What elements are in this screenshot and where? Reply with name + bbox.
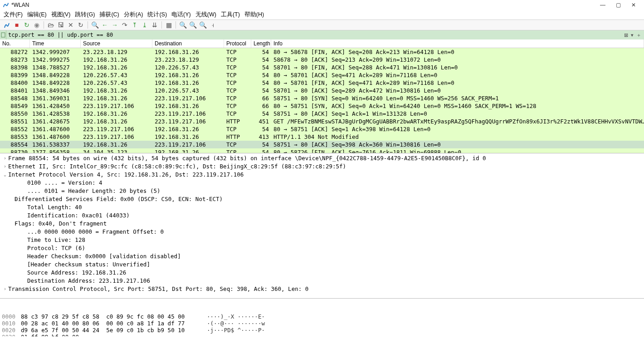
toolbar-separator — [44, 21, 44, 29]
detail-line[interactable]: Time to Live: 128 — [2, 236, 642, 244]
detail-line[interactable]: ›Differentiated Services Field: 0x00 (DS… — [2, 195, 642, 203]
go-first-icon[interactable]: ⤒ — [131, 21, 139, 29]
expand-arrow-icon[interactable]: › — [2, 154, 8, 162]
hex-line[interactable]: 001000 28 ac 01 40 00 80 06 00 00 c0 a8 … — [2, 320, 642, 327]
svg-rect-0 — [1, 33, 5, 37]
resize-columns-icon[interactable]: ⫞ — [209, 21, 217, 29]
packet-details-pane[interactable]: ›Frame 88554: 54 bytes on wire (432 bits… — [0, 153, 644, 298]
menu-file[interactable]: 文件(F) — [4, 11, 23, 19]
detail-line[interactable]: Total Length: 40 — [2, 203, 642, 211]
hex-line[interactable]: 003001 ff 98 bf 00 00······ — [2, 334, 642, 336]
zoom-out-icon[interactable]: 🔍 — [189, 21, 197, 29]
detail-line[interactable]: .... 0101 = Header Length: 20 bytes (5) — [2, 187, 642, 195]
maximize-button[interactable]: ▢ — [610, 0, 626, 10]
menu-capture[interactable]: 捕获(C) — [99, 11, 119, 19]
cell-info: 80 → 58678 [FIN, ACK] Seq=208 Ack=213 Wi… — [271, 48, 644, 56]
packet-row[interactable]: 885531361.487600223.119.217.106192.168.3… — [0, 133, 644, 141]
capture-options-icon[interactable]: ◉ — [33, 21, 41, 29]
zoom-in-icon[interactable]: 🔍 — [179, 21, 187, 29]
reload-icon[interactable]: ↻ — [77, 21, 85, 29]
menu-analyze[interactable]: 分析(A) — [124, 11, 143, 19]
detail-line[interactable]: ›Flags: 0x40, Don't fragment — [2, 220, 642, 228]
packet-row[interactable]: 883981348.788527192.168.31.26120.226.57.… — [0, 64, 644, 71]
close-file-icon[interactable]: ✕ — [67, 21, 75, 29]
detail-line[interactable]: 0100 .... = Version: 4 — [2, 179, 642, 187]
go-back-icon[interactable]: ← — [101, 21, 109, 29]
col-destination[interactable]: Destination — [152, 39, 224, 48]
detail-line[interactable]: [Header checksum status: Unverified] — [2, 260, 642, 269]
menu-telephony[interactable]: 电话(Y) — [171, 11, 191, 19]
menu-help[interactable]: 帮助(H) — [244, 11, 264, 19]
detail-line[interactable]: ›Frame 88554: 54 bytes on wire (432 bits… — [2, 154, 642, 162]
restart-capture-icon[interactable]: ↻ — [23, 21, 31, 29]
menu-view[interactable]: 视图(V) — [51, 11, 71, 19]
menu-tools[interactable]: 工具(T) — [221, 11, 240, 19]
go-forward-icon[interactable]: → — [111, 21, 119, 29]
colorize-icon[interactable]: ▦ — [165, 21, 173, 29]
filter-bookmark-icon[interactable] — [0, 30, 6, 39]
packet-row[interactable]: 882721342.99920723.223.18.129192.168.31.… — [0, 48, 644, 56]
packet-row[interactable]: 884001348.849228120.226.57.43192.168.31.… — [0, 79, 644, 87]
open-file-icon[interactable]: 🗁 — [47, 21, 55, 29]
expand-arrow-icon[interactable]: ⌄ — [2, 171, 8, 179]
close-button[interactable]: ✕ — [626, 0, 641, 10]
detail-line[interactable]: Source Address: 192.168.31.26 — [2, 269, 642, 277]
detail-line[interactable]: ⌄Internet Protocol Version 4, Src: 192.1… — [2, 171, 642, 179]
col-no[interactable]: No. — [0, 39, 30, 48]
zoom-reset-icon[interactable]: 🔍 — [199, 21, 207, 29]
start-capture-icon[interactable] — [3, 21, 11, 29]
packet-row[interactable]: 885511361.428675192.168.31.26223.119.217… — [0, 118, 644, 125]
packet-row[interactable]: 883991348.849228120.226.57.43192.168.31.… — [0, 71, 644, 79]
expand-arrow-icon[interactable]: › — [2, 285, 8, 293]
packet-row[interactable]: 884011348.849346192.168.31.26120.226.57.… — [0, 87, 644, 94]
detail-line[interactable]: ›Ethernet II, Src: IntelCor_89:9c:fc (c8… — [2, 162, 642, 171]
expand-arrow-icon[interactable]: › — [2, 162, 8, 171]
detail-line[interactable]: Identification: 0xac01 (44033) — [2, 211, 642, 220]
find-packet-icon[interactable]: 🔍 — [91, 21, 99, 29]
cell-source: 192.168.31.26 — [81, 64, 152, 71]
packet-row[interactable]: 885481361.369031192.168.31.26223.119.217… — [0, 94, 644, 102]
packet-bytes-pane[interactable]: 000088 c3 97 c8 29 5f c8 58 c0 89 9c fc … — [0, 298, 644, 336]
cell-source: 192.168.31.26 — [81, 118, 152, 125]
packet-list-header: No. Time Source Destination Protocol Len… — [0, 39, 644, 48]
detail-line[interactable]: ›Transmission Control Protocol, Src Port… — [2, 285, 642, 293]
detail-text: Transmission Control Protocol, Src Port:… — [8, 285, 642, 293]
col-info[interactable]: Info — [271, 39, 644, 48]
col-protocol[interactable]: Protocol — [224, 39, 251, 48]
menu-edit[interactable]: 编辑(E) — [27, 11, 47, 19]
go-last-icon[interactable]: ⤓ — [141, 21, 149, 29]
expand-arrow-icon[interactable]: › — [8, 220, 15, 228]
menu-go[interactable]: 跳转(G) — [75, 11, 95, 19]
auto-scroll-icon[interactable]: ⇊ — [151, 21, 159, 29]
cell-source: 192.168.31.26 — [81, 110, 152, 118]
minimize-button[interactable]: — — [595, 0, 610, 10]
detail-line[interactable]: Protocol: TCP (6) — [2, 244, 642, 252]
menu-statistics[interactable]: 统计(S) — [147, 11, 167, 19]
hex-line[interactable]: 000088 c3 97 c8 29 5f c8 58 c0 89 9c fc … — [2, 313, 642, 320]
packet-row[interactable]: 885541361.538337192.168.31.26223.119.217… — [0, 141, 644, 148]
filter-dropdown-icon[interactable]: ▾ — [630, 32, 634, 38]
packet-row[interactable]: 885491361.428450223.119.217.106192.168.3… — [0, 102, 644, 110]
detail-line[interactable]: Header Checksum: 0x0000 [validation disa… — [2, 252, 642, 260]
col-source[interactable]: Source — [81, 39, 152, 48]
menu-wireless[interactable]: 无线(W) — [195, 11, 216, 19]
col-length[interactable]: Length — [251, 39, 271, 48]
expand-arrow-icon[interactable]: › — [8, 195, 15, 203]
stop-capture-icon[interactable]: ■ — [13, 21, 21, 29]
packet-list-pane[interactable]: No. Time Source Destination Protocol Len… — [0, 39, 644, 153]
packet-row[interactable]: 887301377.85635834.104.35.123192.168.31.… — [0, 148, 644, 153]
cell-no: 88272 — [0, 48, 30, 56]
detail-line[interactable]: ...0 0000 0000 0000 = Fragment Offset: 0 — [2, 228, 642, 236]
hex-line[interactable]: 0020d9 6a e5 7f 00 50 44 24 5e 09 c0 1b … — [2, 327, 642, 334]
save-file-icon[interactable]: 🖫 — [57, 21, 65, 29]
go-to-packet-icon[interactable]: ↷ — [121, 21, 129, 29]
col-time[interactable]: Time — [30, 39, 81, 48]
detail-line[interactable]: Destination Address: 223.119.217.106 — [2, 277, 642, 285]
packet-row[interactable]: 885521361.487600223.119.217.106192.168.3… — [0, 125, 644, 133]
filter-apply-icon[interactable]: ＋ — [635, 32, 642, 39]
cell-no: 88554 — [0, 141, 30, 148]
display-filter-input[interactable] — [6, 30, 623, 39]
filter-clear-icon[interactable]: ⊠ — [623, 32, 629, 38]
packet-row[interactable]: 885501361.428538192.168.31.26223.119.217… — [0, 110, 644, 118]
packet-row[interactable]: 882731342.999275192.168.31.2623.223.18.1… — [0, 56, 644, 64]
